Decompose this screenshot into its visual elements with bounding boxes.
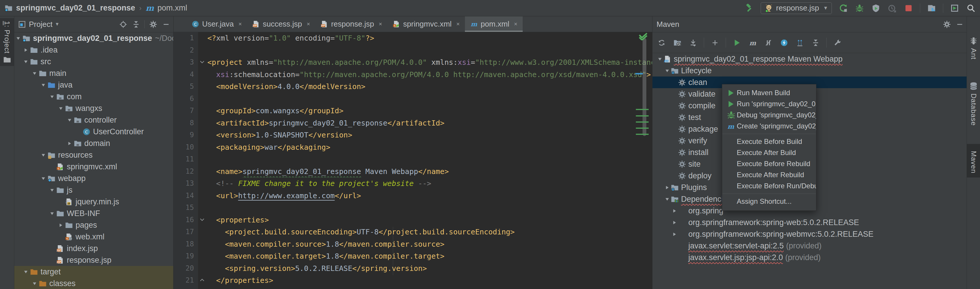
tool-window-tab-database[interactable]: Database [967, 78, 980, 130]
expand-all-icon[interactable] [795, 38, 805, 48]
close-icon[interactable]: × [456, 21, 460, 27]
run-configuration-select[interactable]: response.jsp ▼ [760, 2, 832, 14]
maven-m-grey-icon[interactable]: m [748, 38, 757, 48]
hide-panel-icon[interactable] [955, 20, 964, 29]
chevron-down-icon[interactable]: ▼ [55, 22, 59, 27]
editor-tab-response.jsp[interactable]: JSP response.jsp × [315, 16, 387, 32]
fold-marker-icon[interactable] [199, 59, 205, 65]
collapse-all-icon[interactable] [132, 20, 140, 29]
stripe-mark-green[interactable] [636, 121, 649, 123]
code-line-12[interactable]: <name>springmvc_day02_01_response Maven … [207, 166, 652, 178]
tool-window-tab-maven[interactable]: Maven [967, 144, 980, 177]
menu-item-create-springmvc-day02-01-r-[interactable]: m Create 'springmvc_day02_01_r...'... [722, 121, 816, 132]
menu-item-run-maven-build[interactable]: Run Maven Build [722, 87, 816, 98]
chevron-open-icon[interactable] [22, 59, 30, 64]
chevron-open-icon[interactable] [57, 106, 65, 111]
chevron-closed-icon[interactable] [671, 232, 678, 237]
skip-tests-icon[interactable] [763, 38, 773, 48]
editor-tab-springmvc.xml[interactable]: < springmvc.xml × [387, 16, 465, 32]
code-line-11[interactable] [207, 153, 652, 166]
project-item-usercontroller[interactable]: CUserController [14, 126, 173, 137]
editor-tab-pom.xml[interactable]: m pom.xml × [465, 16, 523, 32]
menu-item-debug-springmvc-day02-01-r-[interactable]: Debug 'springmvc_day02_01_r...' [722, 110, 816, 121]
code-line-3[interactable]: <project xmlns="http://maven.apache.org/… [207, 56, 652, 69]
code-line-5[interactable]: <modelVersion>4.0.0</modelVersion> [207, 81, 652, 93]
chevron-open-icon[interactable] [65, 117, 73, 123]
project-item-springmvc_day02_01_response[interactable]: springmvc_day02_01_response~/Doc [14, 32, 173, 44]
fold-marker-icon[interactable] [199, 217, 205, 223]
code-line-1[interactable]: <?xml version="1.0" encoding="UTF-8"?> [207, 32, 652, 45]
project-item-js[interactable]: js [14, 184, 173, 196]
offline-icon[interactable] [779, 38, 789, 48]
gear-icon[interactable] [942, 20, 951, 29]
breadcrumb-file[interactable]: pom.xml [158, 3, 187, 13]
breadcrumb-project[interactable]: springmvc_day02_01_response [16, 3, 135, 13]
project-item-pages[interactable]: pages [14, 219, 173, 231]
chevron-open-icon[interactable] [663, 196, 671, 202]
project-item-main[interactable]: main [14, 67, 173, 79]
menu-item-execute-after-rebuild[interactable]: Execute After Rebuild [722, 169, 816, 180]
inspections-ok-icon[interactable] [638, 33, 648, 40]
project-item-java[interactable]: java [14, 79, 173, 91]
chevron-open-icon[interactable] [39, 152, 47, 158]
stripe-mark-green[interactable] [636, 115, 649, 117]
chevron-closed-icon[interactable] [671, 220, 678, 225]
play-icon[interactable] [732, 38, 742, 48]
code-line-7[interactable]: <groupId>com.wangxs</groupId> [207, 105, 652, 117]
menu-item-execute-before-run-debug-[interactable]: Execute Before Run/Debug... [722, 180, 816, 192]
chevron-closed-icon[interactable] [671, 208, 678, 214]
chevron-open-icon[interactable] [663, 68, 671, 73]
menu-item-execute-before-build[interactable]: Execute Before Build [722, 136, 816, 147]
code-line-8[interactable]: <artifactId>springmvc_day02_01_response<… [207, 117, 652, 129]
close-icon[interactable]: × [238, 21, 242, 27]
maven-item-org.springframework-spring-web-5.0.2.release[interactable]: org.springframework:spring-web:5.0.2.REL… [652, 217, 967, 228]
code-line-10[interactable]: <packaging>war</packaging> [207, 141, 652, 153]
maven-item-javax.servlet-servlet-api-2.5[interactable]: javax.servlet:servlet-api:2.5(provided) [652, 240, 967, 252]
chevron-open-icon[interactable] [656, 56, 663, 62]
code-line-9[interactable]: <version>1.0-SNAPSHOT</version> [207, 129, 652, 141]
stripe-mark-green[interactable] [636, 134, 649, 135]
download-icon[interactable] [688, 38, 698, 48]
run-window-icon[interactable] [950, 3, 959, 13]
chevron-open-icon[interactable] [48, 211, 56, 216]
gear-icon[interactable] [149, 20, 158, 29]
chevron-open-icon[interactable] [22, 269, 30, 275]
close-icon[interactable]: × [307, 21, 310, 27]
code-line-20[interactable]: <spring.version>5.0.2.RELEASE</spring.ve… [207, 262, 652, 275]
code-area[interactable]: <?xml version="1.0" encoding="UTF-8"?><p… [207, 32, 652, 289]
chevron-open-icon[interactable] [30, 71, 38, 76]
chevron-open-icon[interactable] [39, 82, 47, 88]
project-item-classes[interactable]: classes [14, 278, 173, 289]
editor-tab-success.jsp[interactable]: JSP success.jsp × [247, 16, 315, 32]
code-line-2[interactable] [207, 45, 652, 57]
chevron-open-icon[interactable] [48, 94, 56, 99]
menu-item-execute-before-rebuild[interactable]: Execute Before Rebuild [722, 158, 816, 169]
maven-item-lifecycle[interactable]: Lifecycle [652, 65, 967, 77]
close-icon[interactable]: × [514, 21, 517, 27]
tool-windows-icon[interactable] [927, 3, 937, 13]
code-line-6[interactable] [207, 93, 652, 105]
chevron-open-icon[interactable] [14, 36, 22, 41]
coverage-icon[interactable] [871, 3, 881, 13]
project-item-web.xml[interactable]: <web.xml [14, 231, 173, 243]
menu-item-execute-after-build[interactable]: Execute After Build [722, 147, 816, 158]
code-line-18[interactable]: <maven.compiler.source>1.8</maven.compil… [207, 238, 652, 251]
editor-tab-User.java[interactable]: C User.java × [186, 16, 247, 32]
project-item-com[interactable]: com [14, 91, 173, 102]
project-item-index.jsp[interactable]: JSPindex.jsp [14, 243, 173, 254]
chevron-closed-icon[interactable] [57, 222, 65, 228]
project-item-web-inf[interactable]: WEB-INF [14, 208, 173, 219]
rerun-icon[interactable] [838, 3, 848, 13]
editor[interactable]: 123456789101112131415161718192021 <?xml … [173, 32, 652, 289]
stop-icon[interactable] [904, 3, 913, 13]
hide-panel-icon[interactable] [162, 20, 170, 29]
build-hammer-icon[interactable] [745, 3, 754, 13]
code-line-15[interactable] [207, 202, 652, 214]
debug-icon[interactable] [854, 3, 864, 13]
search-everywhere-icon[interactable] [966, 3, 976, 13]
code-line-14[interactable]: <url>http://www.example.com</url> [207, 190, 652, 202]
project-item-springmvc.xml[interactable]: <springmvc.xml [14, 161, 173, 172]
chevron-closed-icon[interactable] [65, 141, 73, 146]
maven-item-javax.servlet.jsp-jsp-api-2.0[interactable]: javax.servlet.jsp:jsp-api:2.0(provided) [652, 252, 967, 263]
project-panel-title[interactable]: Project [29, 20, 52, 29]
